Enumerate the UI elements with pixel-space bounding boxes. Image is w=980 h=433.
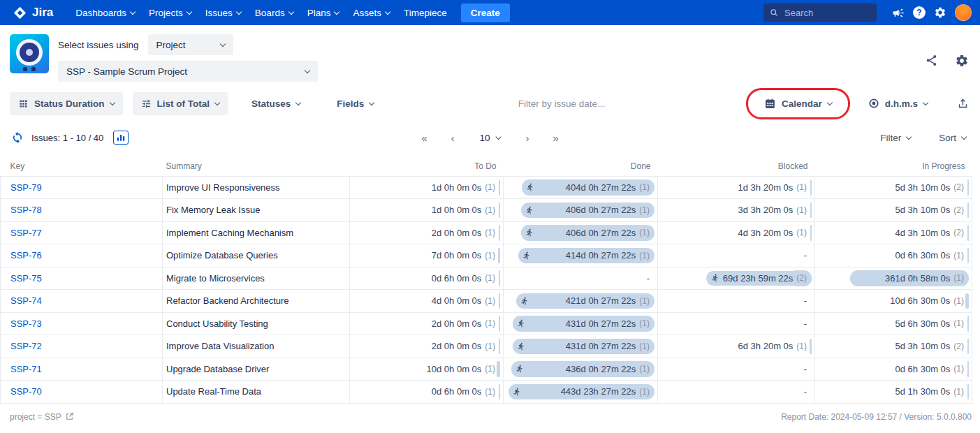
chart-icon bbox=[116, 133, 126, 142]
todo-cell: 2d 0h 0m 0s(1) bbox=[350, 221, 504, 244]
help-icon[interactable]: ? bbox=[909, 0, 930, 25]
fields-button[interactable]: Fields bbox=[328, 92, 382, 115]
first-page-button[interactable]: « bbox=[418, 131, 430, 145]
share-button[interactable] bbox=[923, 52, 939, 68]
next-page-button[interactable]: › bbox=[523, 131, 532, 145]
issue-key-link[interactable]: SSP-78 bbox=[10, 205, 42, 215]
settings-button[interactable] bbox=[953, 52, 970, 69]
status-duration-label: Status Duration bbox=[34, 98, 105, 109]
grid-icon bbox=[18, 98, 29, 109]
issue-key-link[interactable]: SSP-79 bbox=[10, 182, 42, 193]
duration-count: (1) bbox=[953, 251, 964, 260]
duration-count: (1) bbox=[639, 297, 650, 305]
duration-count: (2) bbox=[953, 183, 964, 191]
jira-brand[interactable]: Jira bbox=[7, 6, 59, 20]
todo-cell: 7d 0h 0m 0s(1) bbox=[350, 244, 504, 267]
sliders-icon bbox=[141, 98, 152, 109]
date-filter-input[interactable] bbox=[517, 98, 622, 110]
refresh-button[interactable] bbox=[10, 130, 25, 145]
chart-toggle-button[interactable] bbox=[113, 131, 129, 145]
chevron-down-icon bbox=[385, 8, 390, 14]
duration-count: (2) bbox=[953, 228, 964, 237]
issue-source-select[interactable]: Project bbox=[148, 34, 233, 55]
nav-item-projects[interactable]: Projects bbox=[142, 0, 198, 25]
external-link-icon[interactable] bbox=[65, 412, 74, 421]
user-avatar[interactable] bbox=[955, 4, 972, 21]
megaphone-icon[interactable] bbox=[888, 0, 909, 25]
done-cell: 421d 0h 27m 22s(1) bbox=[504, 290, 658, 313]
calendar-button[interactable]: Calendar bbox=[756, 92, 840, 115]
duration-empty: - bbox=[647, 274, 650, 283]
issue-key-link[interactable]: SSP-73 bbox=[10, 318, 42, 329]
inprogress-cell: 0d 6h 30m 0s(1) bbox=[815, 244, 972, 267]
chevron-down-icon bbox=[334, 8, 339, 14]
chevron-down-icon bbox=[236, 8, 242, 14]
runner-icon bbox=[513, 388, 521, 396]
nav-item-plans[interactable]: Plans bbox=[300, 0, 346, 25]
page-size-select[interactable]: 10 bbox=[475, 132, 504, 144]
fields-label: Fields bbox=[337, 98, 364, 109]
chevron-down-icon bbox=[130, 8, 136, 14]
issue-summary: Improve Data Visualization bbox=[163, 335, 350, 358]
query-label: project = SSP bbox=[10, 412, 61, 422]
project-select[interactable]: SSP - Sample Scrum Project bbox=[58, 61, 318, 82]
help-glyph: ? bbox=[913, 6, 926, 19]
format-button[interactable]: d.h.m.s bbox=[860, 92, 936, 115]
todo-cell: 0d 6h 0m 0s(1) bbox=[350, 267, 504, 290]
chevron-down-icon bbox=[495, 133, 501, 139]
duration-value: 1d 0h 0m 0s bbox=[432, 205, 482, 214]
filter-label: Filter bbox=[880, 133, 901, 143]
status-duration-button[interactable]: Status Duration bbox=[10, 92, 123, 115]
statuses-button[interactable]: Statuses bbox=[243, 92, 309, 115]
issue-key-link[interactable]: SSP-70 bbox=[10, 386, 42, 397]
nav-item-assets[interactable]: Assets bbox=[346, 0, 397, 25]
gear-icon[interactable] bbox=[930, 0, 951, 25]
table-row: SSP-74Refactor Backend Architecture4d 0h… bbox=[1, 290, 972, 313]
filter-button[interactable]: Filter bbox=[876, 132, 915, 144]
duration-count: (1) bbox=[485, 365, 495, 373]
last-page-button[interactable]: » bbox=[550, 131, 562, 145]
page-footer: project = SSP Report Date: 2024-05-09 12… bbox=[0, 412, 980, 422]
duration-value: 0d 6h 30m 0s bbox=[895, 365, 951, 374]
main-nav: DashboardsProjectsIssuesBoardsPlansAsset… bbox=[68, 0, 453, 25]
duration-value: 443d 23h 27m 22s bbox=[561, 387, 636, 396]
issue-key-link[interactable]: SSP-76 bbox=[10, 250, 42, 260]
search-input[interactable] bbox=[783, 7, 870, 19]
search-box[interactable] bbox=[763, 3, 877, 22]
blocked-cell: - bbox=[658, 244, 815, 267]
list-of-total-button[interactable]: List of Total bbox=[133, 92, 228, 115]
duration-value: 0d 6h 0m 0s bbox=[432, 387, 482, 396]
done-cell: 404d 0h 27m 22s(1) bbox=[504, 176, 658, 199]
runner-icon bbox=[525, 206, 534, 214]
sort-button[interactable]: Sort bbox=[935, 132, 970, 144]
key-cell: SSP-79 bbox=[1, 176, 163, 199]
share-icon bbox=[925, 54, 938, 67]
done-cell: 431d 0h 27m 22s(1) bbox=[504, 335, 658, 358]
duration-count: (1) bbox=[485, 388, 495, 396]
column-header-blocked: Blocked bbox=[658, 156, 815, 176]
issue-summary: Update Real-Time Data bbox=[163, 381, 350, 404]
issue-key-link[interactable]: SSP-77 bbox=[10, 228, 42, 238]
duration-count: (1) bbox=[485, 251, 495, 260]
select-issues-label: Select issues using bbox=[58, 40, 139, 50]
column-header-key: Key bbox=[1, 156, 163, 176]
inprogress-cell: 10d 6h 30m 0s(1) bbox=[815, 290, 972, 313]
duration-count: (1) bbox=[485, 342, 495, 351]
issue-key-link[interactable]: SSP-72 bbox=[10, 341, 42, 351]
issue-key-link[interactable]: SSP-71 bbox=[10, 364, 42, 374]
export-button[interactable] bbox=[956, 96, 970, 111]
search-icon bbox=[770, 8, 778, 17]
todo-cell: 0d 6h 0m 0s(1) bbox=[350, 381, 504, 404]
issue-key-link[interactable]: SSP-75 bbox=[10, 273, 42, 284]
chevron-down-icon bbox=[305, 67, 310, 73]
nav-item-dashboards[interactable]: Dashboards bbox=[68, 0, 142, 25]
issue-key-link[interactable]: SSP-74 bbox=[10, 295, 42, 306]
nav-item-timepiece[interactable]: Timepiece bbox=[397, 0, 454, 25]
duration-value: 5d 3h 10m 0s bbox=[895, 205, 951, 214]
create-button[interactable]: Create bbox=[461, 3, 510, 22]
duration-count: (1) bbox=[639, 183, 650, 191]
prev-page-button[interactable]: ‹ bbox=[448, 131, 457, 145]
nav-item-issues[interactable]: Issues bbox=[198, 0, 248, 25]
chevron-down-icon bbox=[961, 133, 967, 139]
nav-item-boards[interactable]: Boards bbox=[248, 0, 300, 25]
